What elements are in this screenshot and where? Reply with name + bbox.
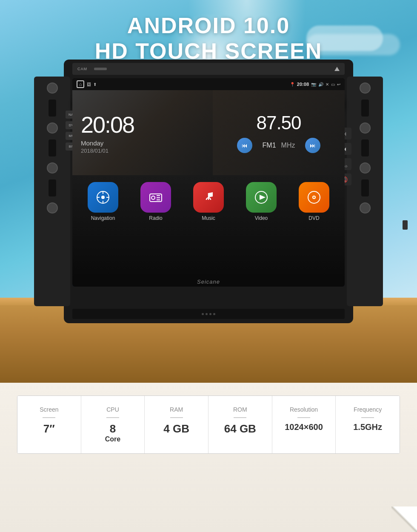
back-icon: ↩ xyxy=(337,82,340,87)
radio-prev-button[interactable]: ⏮ xyxy=(237,138,252,153)
spec-divider xyxy=(106,417,119,418)
bottom-dot xyxy=(213,313,215,315)
status-icons-right: 📍 20:08 📷 🔊 ✕ ▭ ↩ xyxy=(290,82,340,87)
spec-resolution-label: Resolution xyxy=(277,406,331,413)
app-dvd[interactable]: DVD xyxy=(299,182,329,221)
spec-screen: Screen 7″ xyxy=(17,396,81,453)
svg-marker-12 xyxy=(260,195,266,200)
radio-icon xyxy=(140,182,171,213)
spec-divider xyxy=(297,417,310,418)
hero-title: ANDROID 10.0 HD TOUCH SCREEN xyxy=(0,13,417,64)
radio-next-button[interactable]: ⏭ xyxy=(305,138,320,153)
dvd-icon xyxy=(299,182,329,213)
bracket-hole xyxy=(47,122,58,134)
window-icon: ▭ xyxy=(331,82,335,87)
bracket-hole xyxy=(47,202,58,213)
radio-unit: CAM NAVI DVD MUT BND ⏭ ⏮ 📞 📵 xyxy=(64,60,353,323)
spec-ram: RAM 4 GB xyxy=(145,396,208,453)
app-radio[interactable]: Radio xyxy=(140,182,171,221)
radio-info: FM1 MHz xyxy=(263,142,295,149)
hero-section: ANDROID 10.0 HD TOUCH SCREEN xyxy=(0,0,417,383)
spec-divider xyxy=(43,417,55,418)
screen-content: 20:08 Monday 2018/01/01 87.50 ⏮ FM1 MHz xyxy=(72,90,345,287)
bracket-slot xyxy=(361,179,369,196)
spec-resolution: Resolution 1024×600 xyxy=(272,396,336,453)
bracket-slot xyxy=(49,139,56,156)
location-icon: 📍 xyxy=(290,82,295,87)
app-navigation[interactable]: Navigation xyxy=(88,182,118,221)
spec-cpu-label: CPU xyxy=(86,406,140,413)
bottom-dot xyxy=(209,313,211,315)
radio-label-text: Radio xyxy=(149,215,162,221)
spec-divider xyxy=(170,417,183,418)
specs-grid: Screen 7″ CPU 8 Core RAM 4 GB ROM 64 GB … xyxy=(17,395,400,454)
bottom-strip xyxy=(72,309,345,319)
svg-point-7 xyxy=(151,196,155,199)
bottom-dot xyxy=(202,313,204,315)
bracket-slot xyxy=(361,139,369,156)
bracket-hole xyxy=(360,83,371,94)
cam-label: CAM xyxy=(77,67,87,71)
spec-cpu-sub: Core xyxy=(86,435,140,443)
gallery-icon: 🖼 xyxy=(87,82,91,87)
status-time: 20:08 xyxy=(297,82,309,87)
spec-rom: ROM 64 GB xyxy=(208,396,272,453)
clock-day: Monday xyxy=(81,139,204,147)
bracket-slot xyxy=(49,100,56,117)
specs-section: Screen 7″ CPU 8 Core RAM 4 GB ROM 64 GB … xyxy=(0,383,417,532)
bluetooth-icon: ⬆ xyxy=(93,82,97,87)
spec-frequency: Frequency 1.5GHz xyxy=(336,396,400,453)
video-icon xyxy=(246,182,277,213)
usb-port xyxy=(403,220,408,230)
spec-frequency-value: 1.5GHz xyxy=(340,422,395,432)
bracket-hole xyxy=(360,122,371,134)
status-icons-left: 🖼 ⬆ xyxy=(87,82,97,87)
music-icon xyxy=(193,182,224,213)
title-line1: ANDROID 10.0 xyxy=(0,13,417,38)
volume-icon: 🔊 xyxy=(318,82,323,87)
spec-divider xyxy=(234,417,246,418)
clock-time: 20:08 xyxy=(81,111,204,138)
dvd-label: DVD xyxy=(308,215,319,221)
home-button[interactable] xyxy=(77,80,84,88)
radio-controls: ⏮ FM1 MHz ⏭ xyxy=(237,138,321,153)
spec-rom-value: 64 GB xyxy=(213,422,268,435)
music-label: Music xyxy=(202,215,215,221)
bracket-hole xyxy=(360,162,371,174)
bracket-slot xyxy=(361,100,369,117)
app-music[interactable]: Music xyxy=(193,182,224,221)
eject-button[interactable] xyxy=(334,67,340,71)
spec-ram-label: RAM xyxy=(149,406,204,413)
screen-wrapper: 🖼 ⬆ 📍 20:08 📷 🔊 ✕ ▭ ↩ xyxy=(72,78,345,287)
svg-point-15 xyxy=(313,196,315,198)
navigation-icon xyxy=(88,182,118,213)
widget-area: 20:08 Monday 2018/01/01 87.50 ⏮ FM1 MHz xyxy=(72,90,345,175)
spec-divider xyxy=(361,417,374,418)
clock-widget: 20:08 Monday 2018/01/01 xyxy=(72,90,213,175)
close-icon: ✕ xyxy=(326,82,329,87)
spec-resolution-value: 1024×600 xyxy=(277,422,331,432)
spec-frequency-label: Frequency xyxy=(340,406,395,413)
top-indicator xyxy=(94,68,107,70)
spec-ram-value: 4 GB xyxy=(149,422,204,435)
bracket-slot xyxy=(49,179,56,196)
radio-widget: 87.50 ⏮ FM1 MHz ⏭ xyxy=(213,90,345,175)
bracket-right xyxy=(347,77,383,306)
spec-screen-value: 7″ xyxy=(22,422,77,435)
spec-cpu: CPU 8 Core xyxy=(81,396,145,453)
svg-point-1 xyxy=(101,196,105,199)
bracket-hole xyxy=(47,83,58,94)
bracket-hole xyxy=(360,202,371,213)
brand-name: Seicane xyxy=(197,279,220,285)
spec-rom-label: ROM xyxy=(213,406,268,413)
navigation-label: Navigation xyxy=(91,215,115,221)
app-video[interactable]: Video xyxy=(246,182,277,221)
camera-icon: 📷 xyxy=(311,82,316,87)
top-strip: CAM xyxy=(72,63,345,75)
spec-cpu-value: 8 xyxy=(86,422,140,435)
radio-band: FM1 xyxy=(263,142,276,149)
radio-frequency: 87.50 xyxy=(256,112,301,134)
video-label: Video xyxy=(255,215,268,221)
bracket-hole xyxy=(47,162,58,174)
apps-row: Navigation Radio Music xyxy=(72,175,345,277)
